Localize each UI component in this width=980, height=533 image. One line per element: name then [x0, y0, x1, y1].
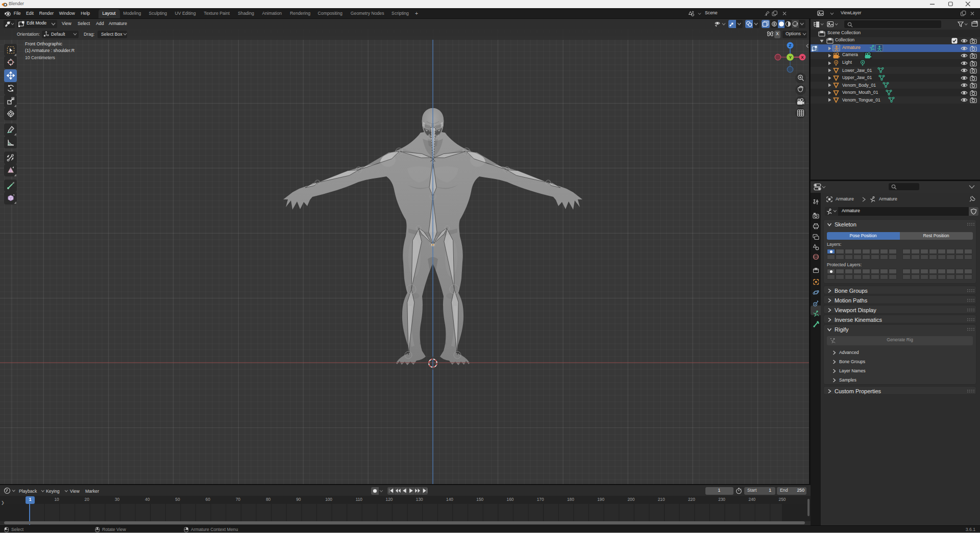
svg-text:X: X [801, 55, 804, 60]
svg-text:Z: Z [789, 43, 792, 48]
svg-text:Y: Y [789, 55, 792, 60]
